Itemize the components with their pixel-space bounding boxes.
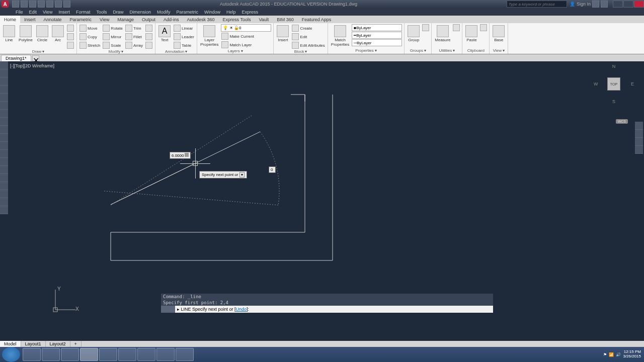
panel-view-title[interactable]: View ▾ xyxy=(492,48,506,53)
dynamic-length-input[interactable]: 6.0000 xyxy=(170,152,191,159)
group-button[interactable]: Group xyxy=(407,24,421,43)
tab-annotate[interactable]: Annotate xyxy=(40,16,66,23)
draw-misc1[interactable] xyxy=(66,24,74,32)
menu-format[interactable]: Format xyxy=(73,10,94,15)
tab-vault[interactable]: Vault xyxy=(255,16,273,23)
layer-properties-button[interactable]: Layer Properties xyxy=(199,24,219,48)
mirror-button[interactable]: Mirror xyxy=(102,33,123,41)
menu-dimension[interactable]: Dimension xyxy=(126,10,154,15)
tooltip-dropdown-icon[interactable]: ▾ xyxy=(239,172,245,177)
tab-featuredapps[interactable]: Featured Apps xyxy=(298,16,336,23)
task-word-icon[interactable] xyxy=(137,348,155,361)
drawing-canvas[interactable]: [-][Top][2D Wireframe] 6.0000 0 Specify … xyxy=(0,61,644,335)
panel-modify-title[interactable]: Modify ▾ xyxy=(79,49,153,54)
modify-misc1[interactable] xyxy=(145,24,153,32)
linear-button[interactable]: Linear xyxy=(173,24,195,32)
menu-express[interactable]: Express xyxy=(239,10,262,15)
tab-addins[interactable]: Add-ins xyxy=(159,16,183,23)
table-button[interactable]: Table xyxy=(173,41,195,49)
menu-view[interactable]: View xyxy=(40,10,55,15)
copy-button[interactable]: Copy xyxy=(79,33,101,41)
tab-manage[interactable]: Manage xyxy=(113,16,138,23)
tab-view[interactable]: View xyxy=(96,16,113,23)
viewcube-face[interactable]: TOP xyxy=(607,77,620,90)
menu-modify[interactable]: Modify xyxy=(154,10,174,15)
menu-tools[interactable]: Tools xyxy=(93,10,110,15)
menu-help[interactable]: Help xyxy=(223,10,239,15)
arc-button[interactable]: Arc xyxy=(51,24,65,43)
search-input[interactable] xyxy=(507,1,567,8)
panel-properties-title[interactable]: Properties ▾ xyxy=(330,48,402,53)
cmd-undo-link[interactable]: Undo xyxy=(236,307,247,312)
measure-button[interactable]: Measure xyxy=(434,24,451,43)
task-media-icon[interactable] xyxy=(42,348,60,361)
layer-combo[interactable]: 💡 ☀ 🔓 0 xyxy=(221,24,271,32)
tab-output[interactable]: Output xyxy=(138,16,159,23)
dynamic-angle-input[interactable]: 0 xyxy=(269,166,276,173)
fillet-button[interactable]: Fillet xyxy=(125,33,143,41)
nav-pan-icon[interactable] xyxy=(635,130,643,138)
qat-saveas-icon[interactable] xyxy=(38,1,45,8)
signin-icon[interactable]: 👤 xyxy=(570,2,575,7)
panel-utilities-title[interactable]: Utilities ▾ xyxy=(434,48,460,53)
group-misc[interactable] xyxy=(422,24,429,31)
insert-block-button[interactable]: Insert xyxy=(276,24,290,43)
draw-misc3[interactable] xyxy=(66,41,74,49)
start-button[interactable] xyxy=(2,347,20,362)
cmd-options-icon[interactable] xyxy=(168,306,175,313)
create-block-button[interactable]: Create xyxy=(291,24,325,32)
menu-parametric[interactable]: Parametric xyxy=(174,10,202,15)
move-button[interactable]: Move xyxy=(79,24,101,32)
signin-link[interactable]: Sign In xyxy=(577,2,591,7)
nav-wheel-icon[interactable] xyxy=(635,122,643,130)
color-combo[interactable]: ■ ByLayer xyxy=(352,24,402,31)
edit-attributes-button[interactable]: Edit Attributes xyxy=(291,41,325,49)
panel-block-title[interactable]: Block ▾ xyxy=(276,49,325,54)
qat-plot-icon[interactable] xyxy=(46,1,53,8)
modify-misc3[interactable] xyxy=(145,41,153,49)
command-line[interactable]: Command: _line Specify first point: 2,4 … xyxy=(161,294,493,313)
make-current-button[interactable]: Make Current xyxy=(221,32,271,40)
leader-button[interactable]: Leader xyxy=(173,33,195,41)
array-button[interactable]: Array xyxy=(125,41,143,49)
task-chrome-icon[interactable] xyxy=(61,348,79,361)
task-explorer-icon[interactable] xyxy=(23,348,41,361)
clipboard-misc[interactable] xyxy=(480,24,487,31)
task-camtasia-icon[interactable] xyxy=(176,348,194,361)
menu-file[interactable]: File xyxy=(13,10,26,15)
tray-network-icon[interactable]: 📶 xyxy=(609,352,614,357)
app-icon[interactable]: A xyxy=(2,1,9,8)
menu-draw[interactable]: Draw xyxy=(110,10,126,15)
menu-insert[interactable]: Insert xyxy=(55,10,73,15)
task-notepad-icon[interactable] xyxy=(118,348,136,361)
panel-layers-title[interactable]: Layers ▾ xyxy=(199,49,271,53)
close-icon[interactable] xyxy=(634,1,644,8)
minimize-icon[interactable] xyxy=(613,1,623,8)
modify-misc2[interactable] xyxy=(145,33,153,41)
base-view-button[interactable]: Base xyxy=(492,24,506,43)
tray-flag-icon[interactable]: ⚑ xyxy=(603,352,607,357)
menu-window[interactable]: Window xyxy=(201,10,223,15)
paste-button[interactable]: Paste xyxy=(464,24,478,43)
tab-parametric[interactable]: Parametric xyxy=(66,16,96,23)
lineweight-combo[interactable]: ━ ByLayer xyxy=(352,32,402,39)
polyline-button[interactable]: Polyline xyxy=(18,24,34,43)
qat-save-icon[interactable] xyxy=(29,1,36,8)
task-autocad-icon[interactable] xyxy=(80,348,98,361)
tab-autodesk360[interactable]: Autodesk 360 xyxy=(183,16,219,23)
panel-annotation-title[interactable]: Annotation ▾ xyxy=(157,49,195,54)
rotate-button[interactable]: Rotate xyxy=(102,24,123,32)
qat-redo-icon[interactable] xyxy=(63,1,70,8)
qat-undo-icon[interactable] xyxy=(55,1,62,8)
linetype-combo[interactable]: ─ ByLayer xyxy=(352,39,402,46)
panel-draw-title[interactable]: Draw ▾ xyxy=(2,49,74,54)
menu-edit[interactable]: Edit xyxy=(26,10,40,15)
match-properties-button[interactable]: Match Properties xyxy=(330,24,350,48)
nav-zoom-icon[interactable] xyxy=(635,138,643,146)
scale-button[interactable]: Scale xyxy=(102,41,123,49)
tray-volume-icon[interactable]: 🔊 xyxy=(616,352,621,357)
maximize-icon[interactable] xyxy=(623,1,633,8)
circle-button[interactable]: Circle xyxy=(35,24,49,43)
tab-home[interactable]: Home xyxy=(0,16,20,23)
line-button[interactable]: Line xyxy=(2,24,16,43)
